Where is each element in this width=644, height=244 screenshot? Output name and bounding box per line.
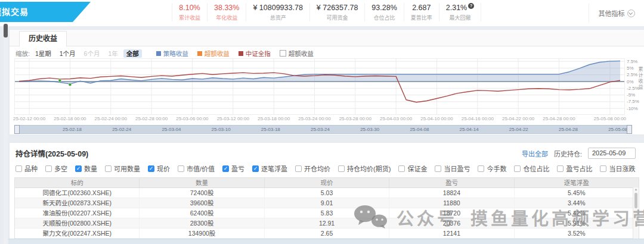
checkbox-icon[interactable]: ✓ (252, 165, 259, 172)
checkbox-label: 多空 (54, 164, 67, 173)
checkbox-icon[interactable] (557, 165, 564, 172)
stat-value: ¥ 726357.78 (317, 3, 358, 12)
checkbox-icon[interactable] (600, 165, 606, 172)
column-checkbox-unchecked[interactable]: 多空 (45, 164, 67, 173)
stat-block: ¥ 10809933.78总资产 (246, 3, 309, 21)
x-tick-label: 25-04-16 00:00 (462, 116, 494, 121)
table-scrollbar-thumb[interactable] (634, 193, 637, 208)
checkbox-label: 盈亏 (231, 164, 244, 173)
legend-label: 策略收益 (163, 49, 188, 58)
column-checkbox-unchecked[interactable]: 保证金 (398, 164, 427, 173)
table-row: 准油股份(002207.XSHE)62400股5.83187205.42% (15, 208, 639, 218)
chart-plot[interactable] (14, 58, 625, 115)
checkbox-icon[interactable]: ✓ (222, 165, 229, 172)
column-checkbox-unchecked[interactable]: 市值/价值 (178, 164, 215, 173)
column-checkbox-unchecked[interactable]: 今手数 (478, 164, 506, 173)
table-cell: 同德化工(002360.XSHE) (15, 188, 140, 198)
column-checkbox-unchecked[interactable]: 仓位占比 (514, 164, 549, 173)
checkbox-icon[interactable] (435, 165, 441, 172)
stat-block: 8.10%累计收益 (172, 3, 207, 21)
column-checkbox-unchecked[interactable]: 品种 (16, 164, 38, 173)
export-all-link[interactable]: 导出全部 (522, 149, 548, 158)
horizontal-scrollbar[interactable] (8, 239, 644, 244)
column-checkbox-unchecked[interactable]: 开仓均价 (295, 164, 330, 173)
table-cell: 5.83 (265, 208, 389, 218)
holdings-actions: 导出全部 历史持仓: 2025-05-09 (522, 148, 636, 159)
navigator-right-handle[interactable] (627, 125, 632, 134)
legend-item[interactable]: 中证全指 (239, 49, 271, 58)
table-cell: 18824 (389, 188, 514, 198)
legend-item[interactable]: 超额收益 (197, 49, 230, 58)
y-tick-label: 2.5% (627, 72, 637, 77)
checkbox-label: 开仓均价 (304, 164, 330, 173)
x-tick-label: 25-02-28 00:00 (135, 116, 168, 121)
column-checkbox-unchecked[interactable]: 盈亏占比 (557, 164, 592, 173)
column-checkbox-checked[interactable]: ✓现价 (148, 164, 170, 173)
zoom-range-button[interactable]: 全部 (123, 49, 142, 58)
other-metrics-label: 其他指标 (599, 8, 625, 18)
checkbox-icon[interactable] (478, 165, 484, 172)
x-tick-label: 25-04-03 00:00 (380, 116, 412, 121)
checkbox-label: 现价 (157, 164, 170, 173)
table-cell: 5.42% (515, 208, 639, 218)
table-cell: 62400股 (140, 208, 264, 218)
top-header: 模拟交易 8.10%累计收益38.33%年化收益¥ 10809933.78总资产… (0, 0, 644, 26)
stat-block: 93.28%仓位占比 (364, 3, 403, 21)
x-tick-label: 25-04-10 00:00 (420, 116, 453, 121)
page-scrollbar-thumb[interactable] (4, 24, 8, 37)
checkbox-icon[interactable]: ✓ (148, 165, 154, 172)
history-date-input[interactable]: 2025-05-09 (588, 148, 636, 159)
checkbox-icon[interactable] (338, 165, 345, 172)
tab-bar: 历史收益 (10, 30, 644, 46)
checkbox-label: 盈亏占比 (566, 164, 592, 173)
column-checkbox-unchecked[interactable]: 可用数量 (105, 164, 140, 173)
checkbox-label: 市值/价值 (187, 164, 215, 173)
stat-value: ¥ 10809933.78 (253, 3, 302, 12)
legend-checkbox[interactable] (280, 50, 286, 57)
legend-label: 中证全指 (246, 49, 271, 58)
column-checkbox-unchecked[interactable]: 当日涨跌 (600, 164, 635, 173)
x-tick-label: 25-03-06 00:00 (176, 116, 208, 121)
table-cell: 72400股 (140, 188, 264, 198)
chart-navigator[interactable]: 25-02-1825-02-2425-03-0425-03-1025-03-18… (14, 125, 632, 134)
x-tick-label: 25-03-24 00:00 (298, 116, 330, 121)
checkbox-icon[interactable] (178, 165, 184, 172)
page-scrollbar[interactable] (4, 24, 8, 244)
checkbox-icon[interactable] (105, 165, 112, 172)
table-scrollbar[interactable]: ▲ ▼ (633, 187, 639, 244)
history-returns-card: 历史收益 缩放: 1星期1个月6个月1年全部 策略收益超额收益中证全指超额收益 … (10, 30, 644, 134)
column-checkbox-checked[interactable]: ✓盈亏 (222, 164, 244, 173)
stat-value: 93.28% (371, 3, 397, 12)
column-checkbox-unchecked[interactable]: 当日盈亏 (435, 164, 470, 173)
checkbox-icon[interactable] (45, 165, 52, 172)
column-checkbox-checked[interactable]: ✓逐笔浮盈 (252, 164, 287, 173)
stat-value: 8.10% (179, 3, 200, 12)
x-tick-label: 25-03-28 00:00 (339, 116, 371, 121)
table-cell: 5.03 (265, 188, 389, 198)
navigator-label: 25-02-18 (63, 127, 82, 132)
scroll-up-icon[interactable]: ▲ (634, 187, 637, 192)
checkbox-icon[interactable] (16, 165, 22, 172)
legend-item[interactable]: 策略收益 (156, 49, 188, 58)
y-tick-label: -5% (627, 92, 635, 98)
table-row: 同德化工(002360.XSHE)72400股5.03188245.45% (15, 188, 639, 198)
y-tick-label: -7.5% (627, 99, 639, 104)
zoom-range-button[interactable]: 1星期 (32, 49, 54, 58)
column-checkbox-checked[interactable]: ✓数量 (75, 164, 97, 173)
checkbox-icon[interactable] (514, 165, 521, 172)
help-icon[interactable]: ? (468, 3, 474, 9)
tab-history-returns[interactable]: 历史收益 (19, 31, 67, 47)
column-checkbox-unchecked[interactable]: 持仓均价(期货) (338, 164, 391, 173)
other-metrics-button[interactable]: 其他指标 (589, 4, 644, 23)
chevron-down-icon (627, 10, 635, 17)
checkbox-icon[interactable]: ✓ (75, 165, 82, 172)
legend-item[interactable]: 超额收益 (280, 49, 314, 58)
zoom-range-button[interactable]: 1个月 (57, 49, 79, 58)
checkbox-label: 逐笔浮盈 (261, 164, 287, 173)
checkbox-icon[interactable] (398, 165, 405, 172)
x-tick-label: 25-02-12 00:00 (13, 116, 45, 121)
returns-chart[interactable]: 7.5%5%2.5%0%-2.5%-5%-7.5%-10% 累计收益 (14, 58, 642, 115)
checkbox-icon[interactable] (295, 165, 302, 172)
navigator-left-handle[interactable] (14, 125, 20, 134)
table-cell: 11880 (389, 198, 514, 208)
